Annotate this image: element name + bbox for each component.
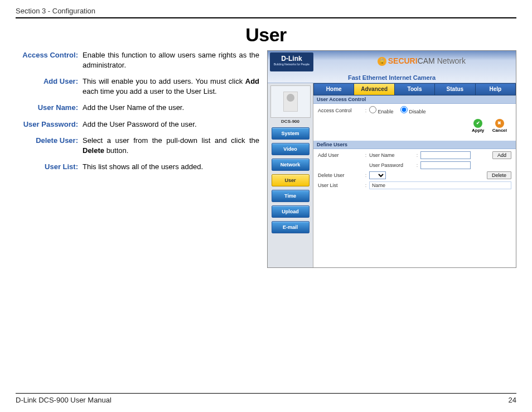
panel-access-control: User Access Control Access Control : Ena… (313, 95, 516, 141)
user-password-input[interactable] (420, 161, 471, 169)
content-row: Access Control: Enable this function to … (16, 50, 516, 268)
tab-home[interactable]: Home (313, 83, 354, 95)
brand-label: 🔒SECURICAM Network (378, 56, 466, 66)
sidebar-button-video[interactable]: Video (272, 143, 309, 155)
camera-ui-header: D-Link Building Networks for People 🔒SEC… (268, 51, 516, 83)
tab-status[interactable]: Status (435, 83, 475, 95)
definition-row: User List: This list shows all of the us… (16, 162, 259, 172)
radio-enable[interactable]: Enable (369, 109, 394, 114)
access-control-label: Access Control (318, 108, 362, 113)
definition-label: User Password: (16, 119, 83, 130)
definition-label: Add User: (16, 76, 83, 96)
tab-help[interactable]: Help (476, 83, 516, 95)
panel-heading: User Access Control (313, 95, 516, 104)
definition-text: Add the User Password of the user. (83, 119, 259, 130)
radio-disable[interactable]: Disable (400, 109, 426, 114)
footer-left: D-Link DCS-900 User Manual (16, 396, 112, 404)
camera-ui-body: DCS-900 SystemVideoNetworkUserTimeUpload… (268, 83, 516, 267)
user-password-label: User Password (369, 162, 414, 168)
delete-user-select[interactable] (369, 171, 386, 179)
delete-user-label: Delete User (318, 173, 362, 178)
sidebar-button-network[interactable]: Network (272, 159, 309, 171)
brand-network: Network (437, 56, 466, 65)
delete-button[interactable]: Delete (487, 171, 511, 179)
access-control-radios: Enable Disable (369, 106, 511, 114)
top-tabs: HomeAdvancedToolsStatusHelp (313, 83, 516, 95)
footer-page-number: 24 (509, 396, 516, 404)
page-title: User (16, 24, 516, 46)
definition-label: Delete User: (16, 136, 83, 155)
check-icon: ✔ (473, 119, 482, 128)
definition-label: Access Control: (16, 50, 83, 70)
definition-text: Select a user from the pull-down list an… (83, 136, 259, 155)
tab-tools[interactable]: Tools (395, 83, 435, 95)
user-list-header: Name (369, 181, 511, 189)
definitions-list: Access Control: Enable this function to … (16, 50, 259, 268)
sidebar-button-system[interactable]: System (272, 127, 309, 140)
radio-disable-input[interactable] (400, 106, 408, 113)
definition-label: User Name: (16, 103, 83, 113)
definition-text: Enable this function to allow users same… (83, 50, 259, 70)
section-header: Section 3 - Configuration (16, 7, 516, 18)
definition-row: User Name: Add the User Name of the user… (16, 103, 259, 113)
logo-tagline: Building Networks for People (270, 63, 313, 66)
sidebar-button-upload[interactable]: Upload (272, 205, 309, 218)
panel-define-users: Define Users Add User : User Name : Add (313, 141, 516, 196)
logo-text: D-Link (281, 55, 302, 63)
definition-row: Add User: This will enable you to add us… (16, 76, 259, 96)
brand-prefix: SECURI (388, 56, 418, 65)
definition-text: This will enable you to add users. You m… (83, 76, 259, 96)
tab-advanced[interactable]: Advanced (354, 83, 394, 95)
camera-subtitle: Fast Ethernet Internet Camera (268, 74, 516, 81)
apply-button[interactable]: ✔Apply (468, 119, 484, 133)
definition-text: Add the User Name of the user. (83, 103, 259, 113)
add-user-label: Add User (318, 152, 362, 158)
x-icon: ✖ (495, 119, 504, 128)
definition-row: Access Control: Enable this function to … (16, 50, 259, 70)
sidebar: DCS-900 SystemVideoNetworkUserTimeUpload… (268, 83, 313, 267)
screenshot-panel: D-Link Building Networks for People 🔒SEC… (267, 50, 516, 268)
camera-model: DCS-900 (269, 119, 311, 124)
user-name-input[interactable] (420, 151, 471, 159)
lock-icon: 🔒 (378, 57, 386, 66)
brand-suffix: CAM (418, 56, 435, 65)
panel-heading: Define Users (313, 141, 516, 149)
sidebar-button-e-mail[interactable]: E-mail (272, 221, 309, 233)
add-button[interactable]: Add (492, 151, 511, 159)
definition-label: User List: (16, 162, 83, 172)
camera-image (270, 85, 311, 118)
radio-enable-input[interactable] (369, 106, 376, 113)
sidebar-button-time[interactable]: Time (272, 190, 309, 202)
definition-row: User Password: Add the User Password of … (16, 119, 259, 130)
dlink-logo: D-Link Building Networks for People (270, 52, 313, 71)
definition-text: This list shows all of the users added. (83, 162, 259, 172)
definition-row: Delete User: Select a user from the pull… (16, 136, 259, 155)
main-panel: HomeAdvancedToolsStatusHelp User Access … (313, 83, 516, 267)
page-footer: D-Link DCS-900 User Manual 24 (16, 393, 516, 404)
user-list-label: User List (318, 183, 362, 188)
sidebar-button-user[interactable]: User (272, 174, 309, 186)
cancel-button[interactable]: ✖Cancel (489, 119, 507, 133)
user-name-label: User Name (369, 152, 414, 158)
